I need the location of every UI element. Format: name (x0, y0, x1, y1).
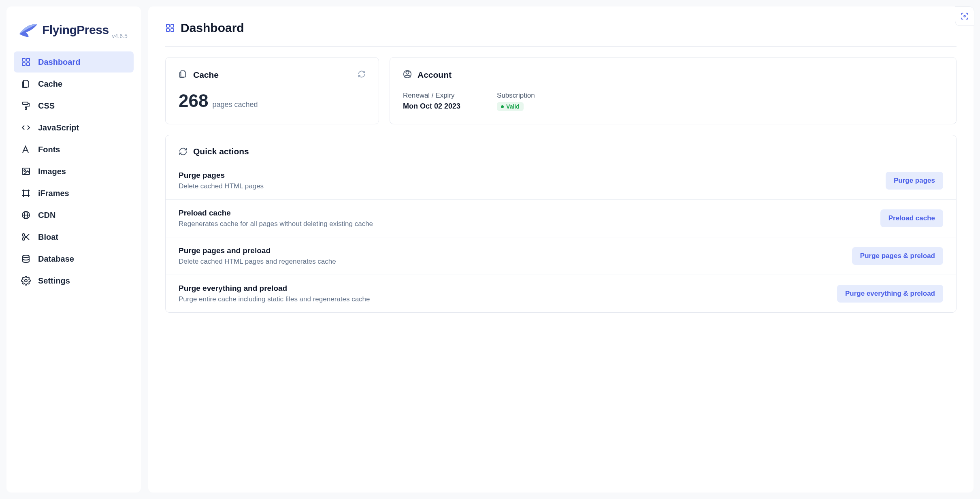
action-description: Delete cached HTML pages and regenerates… (179, 258, 852, 266)
flyingpress-logo-icon (19, 22, 38, 38)
summary-cards-row: Cache 268 pages cached Account Renewal /… (165, 57, 957, 124)
cache-card: Cache 268 pages cached (165, 57, 379, 124)
sidebar-item-label: Images (38, 167, 66, 176)
action-title: Purge everything and preload (179, 284, 837, 293)
action-title: Purge pages and preload (179, 246, 852, 255)
sidebar-item-iframes[interactable]: iFrames (14, 183, 134, 204)
gear-icon (21, 276, 31, 286)
dashboard-icon (21, 57, 31, 67)
purge-pages-and-preload-button[interactable]: Purge pages & preload (852, 247, 943, 265)
brand-row: FlyingPress v4.6.5 (14, 16, 134, 49)
sidebar-item-cache[interactable]: Cache (14, 73, 134, 94)
database-icon (21, 254, 31, 264)
sidebar-item-javascript[interactable]: JavaScript (14, 117, 134, 138)
quick-actions-list: Purge pages Delete cached HTML pages Pur… (166, 164, 956, 312)
account-card: Account Renewal / Expiry Mon Oct 02 2023… (390, 57, 957, 124)
subscription-status-badge: Valid (497, 102, 524, 111)
sidebar: FlyingPress v4.6.5 DashboardCacheCSSJava… (6, 6, 141, 493)
action-text: Purge everything and preload Purge entir… (179, 284, 837, 303)
cache-card-title: Cache (193, 70, 352, 80)
sidebar-item-label: CSS (38, 101, 55, 111)
sidebar-item-label: Bloat (38, 232, 58, 242)
quick-actions-title: Quick actions (193, 147, 249, 156)
action-title: Purge pages (179, 171, 886, 180)
renewal-value: Mon Oct 02 2023 (403, 102, 460, 111)
font-icon (21, 145, 31, 154)
sidebar-item-fonts[interactable]: Fonts (14, 139, 134, 160)
cache-count-label: pages cached (212, 100, 258, 109)
files-icon (179, 70, 187, 80)
scan-icon (960, 12, 969, 21)
fullscreen-button[interactable] (955, 6, 974, 26)
sidebar-item-label: iFrames (38, 189, 69, 198)
scissors-icon (21, 232, 31, 242)
action-row-purge-pages: Purge pages Delete cached HTML pages Pur… (166, 164, 956, 199)
sidebar-item-database[interactable]: Database (14, 248, 134, 269)
quick-actions-header: Quick actions (166, 147, 956, 164)
brand-version: v4.6.5 (112, 33, 128, 39)
purge-pages-button[interactable]: Purge pages (886, 172, 943, 190)
brand-logo: FlyingPress (19, 22, 109, 38)
main-content: Dashboard Cache 268 pages cached Account… (148, 6, 974, 493)
action-text: Purge pages Delete cached HTML pages (179, 171, 886, 190)
subscription-label: Subscription (497, 92, 535, 100)
sidebar-item-label: Database (38, 254, 74, 264)
quick-actions-card: Quick actions Purge pages Delete cached … (165, 135, 957, 313)
files-icon (21, 79, 31, 89)
action-description: Delete cached HTML pages (179, 182, 886, 190)
action-row-preload-cache: Preload cache Regenerates cache for all … (166, 199, 956, 237)
action-text: Preload cache Regenerates cache for all … (179, 209, 880, 228)
image-icon (21, 166, 31, 176)
preload-cache-button[interactable]: Preload cache (880, 209, 943, 227)
sidebar-item-bloat[interactable]: Bloat (14, 226, 134, 247)
page-header: Dashboard (165, 21, 957, 47)
cache-stat: 268 pages cached (179, 91, 366, 111)
sidebar-item-settings[interactable]: Settings (14, 270, 134, 291)
user-icon (403, 70, 412, 80)
sidebar-nav: DashboardCacheCSSJavaScriptFontsImagesiF… (14, 51, 134, 291)
sidebar-item-label: JavaScript (38, 123, 79, 132)
cache-count: 268 (179, 91, 208, 111)
code-icon (21, 123, 31, 132)
page-title: Dashboard (181, 21, 244, 35)
refresh-icon (179, 147, 187, 156)
refresh-cache-button[interactable] (358, 70, 366, 80)
subscription-column: Subscription Valid (497, 92, 535, 111)
frame-icon (21, 188, 31, 198)
sidebar-item-css[interactable]: CSS (14, 95, 134, 116)
sidebar-item-dashboard[interactable]: Dashboard (14, 51, 134, 73)
refresh-icon (358, 70, 366, 78)
action-description: Purge entire cache including static file… (179, 295, 837, 303)
sidebar-item-cdn[interactable]: CDN (14, 205, 134, 226)
sidebar-item-label: Dashboard (38, 58, 80, 67)
sidebar-item-label: Settings (38, 276, 70, 286)
brand-name: FlyingPress (42, 23, 109, 37)
action-description: Regenerates cache for all pages without … (179, 220, 880, 228)
sidebar-item-label: Cache (38, 79, 62, 89)
action-text: Purge pages and preload Delete cached HT… (179, 246, 852, 266)
globe-icon (21, 210, 31, 220)
renewal-label: Renewal / Expiry (403, 92, 460, 100)
cache-card-header: Cache (179, 70, 366, 80)
paint-roller-icon (21, 101, 31, 111)
sidebar-item-images[interactable]: Images (14, 161, 134, 182)
action-title: Preload cache (179, 209, 880, 218)
action-row-purge-pages-and-preload: Purge pages and preload Delete cached HT… (166, 237, 956, 275)
sidebar-item-label: Fonts (38, 145, 60, 154)
action-row-purge-everything-and-preload: Purge everything and preload Purge entir… (166, 275, 956, 312)
renewal-column: Renewal / Expiry Mon Oct 02 2023 (403, 92, 460, 111)
purge-everything-and-preload-button[interactable]: Purge everything & preload (837, 285, 943, 303)
dashboard-icon (165, 23, 175, 33)
account-card-title: Account (418, 70, 943, 80)
account-details: Renewal / Expiry Mon Oct 02 2023 Subscri… (403, 92, 943, 111)
account-card-header: Account (403, 70, 943, 80)
sidebar-item-label: CDN (38, 211, 55, 220)
